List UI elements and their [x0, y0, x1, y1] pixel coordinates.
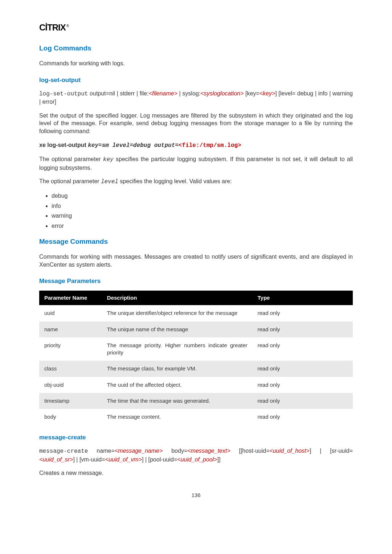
- list-item: error: [52, 222, 353, 230]
- logo-text: CİTRIX: [39, 22, 66, 32]
- cell-type: read only: [253, 321, 353, 337]
- list-item: debug: [52, 192, 353, 200]
- th-name: Parameter Name: [39, 291, 102, 305]
- message-create-desc: Creates a new message.: [39, 469, 353, 477]
- syntax-text: ] | [pool-uuid=: [142, 456, 177, 463]
- cell-name: obj-uuid: [39, 377, 102, 393]
- cell-type: read only: [253, 305, 353, 321]
- syntax-cmd: message-create: [39, 448, 88, 455]
- cell-desc: The time that the message was generated.: [102, 393, 253, 409]
- cell-type: read only: [253, 337, 353, 361]
- table-row: priorityThe message priority. Higher num…: [39, 337, 353, 361]
- log-intro: Commands for working with logs.: [39, 59, 353, 67]
- table-row: bodyThe message content.read only: [39, 409, 353, 425]
- level-param-desc: The optional parameter level specifies t…: [39, 177, 353, 186]
- cell-desc: The uuid of the affected object.: [102, 377, 253, 393]
- cell-name: body: [39, 409, 102, 425]
- heading-log-set-output: log-set-output: [39, 76, 353, 85]
- text: The optional parameter: [39, 178, 101, 184]
- table-header-row: Parameter Name Description Type: [39, 291, 353, 305]
- syntax-arg: <filename>: [149, 90, 177, 97]
- table-row: classThe message class, for example VM.r…: [39, 361, 353, 377]
- cell-type: read only: [253, 377, 353, 393]
- syntax-text: name=: [88, 448, 114, 454]
- syntax-text: [key=: [244, 90, 259, 97]
- syntax-arg: <message_name>: [115, 448, 163, 454]
- syntax-text: ]]: [217, 456, 220, 463]
- cell-name: timestamp: [39, 393, 102, 409]
- syntax-arg: <uuid_of_host>: [270, 448, 310, 454]
- syntax-text: output=nil | stderr | file:: [88, 90, 148, 97]
- level-list: debug info warning error: [39, 192, 353, 230]
- cell-type: read only: [253, 409, 353, 425]
- code-level: level: [101, 178, 118, 185]
- cell-name: name: [39, 321, 102, 337]
- cell-desc: The message priority. Higher numbers ind…: [102, 337, 253, 361]
- th-desc: Description: [102, 291, 253, 305]
- syntax-text: body=: [163, 448, 187, 454]
- cell-name: uuid: [39, 305, 102, 321]
- example-args: key=sm level=debug output=: [88, 142, 179, 149]
- syntax-arg: <message_text>: [187, 448, 230, 454]
- list-item: warning: [52, 212, 353, 220]
- heading-message-create: message-create: [39, 434, 353, 442]
- syntax-cmd: log-set-output: [39, 91, 88, 97]
- table-row: uuidThe unique identifier/object referen…: [39, 305, 353, 321]
- msg-intro: Commands for working with messages. Mess…: [39, 253, 353, 268]
- syntax-arg: <sysloglocation>: [200, 90, 244, 97]
- th-type: Type: [253, 291, 353, 305]
- text: The optional parameter: [39, 156, 103, 162]
- log-set-output-syntax: log-set-output output=nil | stderr | fil…: [39, 90, 353, 106]
- cell-desc: The message class, for example VM.: [102, 361, 253, 377]
- cell-name: class: [39, 361, 102, 377]
- syntax-text: ] | [vm-uuid=: [73, 456, 105, 463]
- cell-desc: The message content.: [102, 409, 253, 425]
- syntax-arg: <uuid_of_pool>: [177, 456, 217, 463]
- cell-desc: The unique identifier/object reference f…: [102, 305, 253, 321]
- brand-logo: CİTRIX®: [39, 22, 353, 33]
- table-row: timestampThe time that the message was g…: [39, 393, 353, 409]
- example-output-arg: <file:/tmp/sm.log>: [179, 142, 241, 149]
- syntax-arg: <key>: [260, 90, 275, 97]
- table-row: obj-uuidThe uuid of the affected object.…: [39, 377, 353, 393]
- cell-name: priority: [39, 337, 102, 361]
- log-example-command: xe log-set-output key=sm level=debug out…: [39, 141, 353, 150]
- syntax-arg: <uuid_of_vm>: [105, 456, 142, 463]
- cell-type: read only: [253, 393, 353, 409]
- text: specifies the logging level. Valid value…: [118, 178, 232, 184]
- cell-desc: The unique name of the message: [102, 321, 253, 337]
- registered-mark: ®: [66, 24, 69, 28]
- code-key: key: [103, 156, 114, 163]
- heading-log-commands: Log Commands: [39, 44, 353, 53]
- table-row: nameThe unique name of the messageread o…: [39, 321, 353, 337]
- example-prefix: xe log-set-output: [39, 142, 88, 148]
- page-number: 136: [39, 492, 353, 499]
- message-params-table: Parameter Name Description Type uuidThe …: [39, 291, 353, 425]
- key-param-desc: The optional parameter key specifies the…: [39, 155, 353, 172]
- syntax-arg: <uuid_of_sr>: [39, 456, 73, 463]
- cell-type: read only: [253, 361, 353, 377]
- syntax-text: | syslog:: [177, 90, 200, 97]
- list-item: info: [52, 202, 353, 210]
- heading-message-parameters: Message Parameters: [39, 277, 353, 286]
- syntax-text: [[host-uuid=: [230, 448, 270, 454]
- log-set-output-desc: Set the output of the specified logger. …: [39, 112, 353, 135]
- message-create-syntax: message-create name=<message_name> body=…: [39, 447, 353, 463]
- heading-message-commands: Message Commands: [39, 237, 353, 246]
- syntax-text: ] | [sr-uuid=: [310, 448, 353, 454]
